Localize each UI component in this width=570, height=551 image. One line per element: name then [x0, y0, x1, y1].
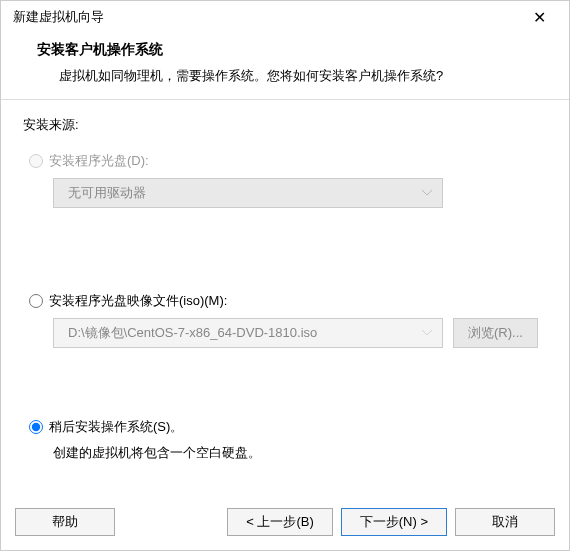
install-later-hint: 创建的虚拟机将包含一个空白硬盘。 — [53, 444, 549, 462]
next-button[interactable]: 下一步(N) > — [341, 508, 447, 536]
header-subtitle: 虚拟机如同物理机，需要操作系统。您将如何安装客户机操作系统? — [59, 67, 547, 85]
cancel-button[interactable]: 取消 — [455, 508, 555, 536]
radio-install-iso-label: 安装程序光盘映像文件(iso)(M): — [49, 292, 227, 310]
option-install-iso: 安装程序光盘映像文件(iso)(M): D:\镜像包\CentOS-7-x86_… — [23, 292, 549, 348]
titlebar: 新建虚拟机向导 ✕ — [1, 1, 569, 33]
radio-install-iso[interactable] — [29, 294, 43, 308]
iso-path-value: D:\镜像包\CentOS-7-x86_64-DVD-1810.iso — [68, 324, 317, 342]
window-title: 新建虚拟机向导 — [13, 8, 104, 26]
help-button[interactable]: 帮助 — [15, 508, 115, 536]
option-install-later: 稍后安装操作系统(S)。 创建的虚拟机将包含一个空白硬盘。 — [23, 418, 549, 462]
radio-install-later[interactable] — [29, 420, 43, 434]
wizard-body: 安装来源: 安装程序光盘(D): 无可用驱动器 安装程序光盘映像文件(iso)(… — [1, 100, 569, 498]
header-title: 安装客户机操作系统 — [37, 41, 547, 59]
back-button[interactable]: < 上一步(B) — [227, 508, 333, 536]
radio-install-disc-label: 安装程序光盘(D): — [49, 152, 149, 170]
radio-install-disc[interactable] — [29, 154, 43, 168]
radio-install-later-label: 稍后安装操作系统(S)。 — [49, 418, 183, 436]
disc-drive-value: 无可用驱动器 — [68, 184, 146, 202]
option-install-disc: 安装程序光盘(D): 无可用驱动器 — [23, 152, 549, 208]
browse-button[interactable]: 浏览(R)... — [453, 318, 538, 348]
wizard-header: 安装客户机操作系统 虚拟机如同物理机，需要操作系统。您将如何安装客户机操作系统? — [1, 33, 569, 100]
close-icon[interactable]: ✕ — [519, 8, 559, 27]
install-source-label: 安装来源: — [23, 116, 549, 134]
disc-drive-dropdown[interactable]: 无可用驱动器 — [53, 178, 443, 208]
chevron-down-icon — [422, 330, 432, 336]
chevron-down-icon — [422, 190, 432, 196]
wizard-footer: 帮助 < 上一步(B) 下一步(N) > 取消 — [1, 498, 569, 550]
browse-button-label: 浏览(R)... — [468, 324, 523, 342]
iso-path-field[interactable]: D:\镜像包\CentOS-7-x86_64-DVD-1810.iso — [53, 318, 443, 348]
wizard-window: 新建虚拟机向导 ✕ 安装客户机操作系统 虚拟机如同物理机，需要操作系统。您将如何… — [0, 0, 570, 551]
